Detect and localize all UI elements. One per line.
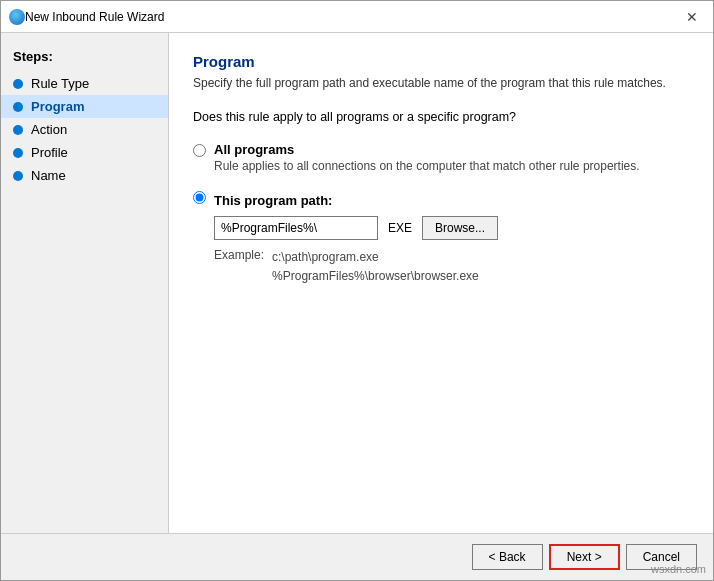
sidebar: Steps: Rule Type Program Action Profile xyxy=(1,33,169,533)
path-input-row: EXE Browse... xyxy=(214,216,498,240)
next-button[interactable]: Next > xyxy=(549,544,620,570)
example-row: Example: c:\path\program.exe%ProgramFile… xyxy=(214,248,498,286)
window-icon xyxy=(9,9,25,25)
step-dot-program xyxy=(13,102,23,112)
sidebar-label-program: Program xyxy=(31,99,84,114)
sidebar-label-name: Name xyxy=(31,168,66,183)
program-path-option: This program path: EXE Browse... Example… xyxy=(193,189,689,286)
steps-label: Steps: xyxy=(1,49,168,72)
radio-all-programs[interactable] xyxy=(193,144,206,157)
program-path-label[interactable]: This program path: xyxy=(214,193,332,208)
all-programs-label[interactable]: All programs xyxy=(214,142,294,157)
step-dot-rule-type xyxy=(13,79,23,89)
sidebar-item-action[interactable]: Action xyxy=(1,118,168,141)
path-input[interactable] xyxy=(214,216,378,240)
sidebar-label-profile: Profile xyxy=(31,145,68,160)
browse-button[interactable]: Browse... xyxy=(422,216,498,240)
watermark: wsxdn.com xyxy=(651,563,706,575)
close-button[interactable]: ✕ xyxy=(679,6,705,28)
sidebar-label-action: Action xyxy=(31,122,67,137)
exe-label: EXE xyxy=(382,221,418,235)
page-heading: Program xyxy=(193,53,689,70)
step-dot-profile xyxy=(13,148,23,158)
bottom-bar: < Back Next > Cancel xyxy=(1,533,713,580)
window-title: New Inbound Rule Wizard xyxy=(25,10,679,24)
question-text: Does this rule apply to all programs or … xyxy=(193,110,689,124)
example-values: c:\path\program.exe%ProgramFiles%\browse… xyxy=(272,248,479,286)
page-description: Specify the full program path and execut… xyxy=(193,76,689,90)
content-area: Steps: Rule Type Program Action Profile xyxy=(1,33,713,533)
sidebar-item-profile[interactable]: Profile xyxy=(1,141,168,164)
sidebar-item-program[interactable]: Program xyxy=(1,95,168,118)
main-panel: Program Specify the full program path an… xyxy=(169,33,713,533)
sidebar-item-rule-type[interactable]: Rule Type xyxy=(1,72,168,95)
all-programs-option: All programs Rule applies to all connect… xyxy=(193,142,689,173)
example-label: Example: xyxy=(214,248,264,286)
step-dot-action xyxy=(13,125,23,135)
sidebar-item-name[interactable]: Name xyxy=(1,164,168,187)
all-programs-description: Rule applies to all connections on the c… xyxy=(214,159,640,173)
program-path-section: This program path: EXE Browse... Example… xyxy=(214,193,498,286)
title-bar: New Inbound Rule Wizard ✕ xyxy=(1,1,713,33)
step-dot-name xyxy=(13,171,23,181)
sidebar-label-rule-type: Rule Type xyxy=(31,76,89,91)
radio-program-path[interactable] xyxy=(193,191,206,204)
wizard-window: New Inbound Rule Wizard ✕ Steps: Rule Ty… xyxy=(0,0,714,581)
back-button[interactable]: < Back xyxy=(472,544,543,570)
